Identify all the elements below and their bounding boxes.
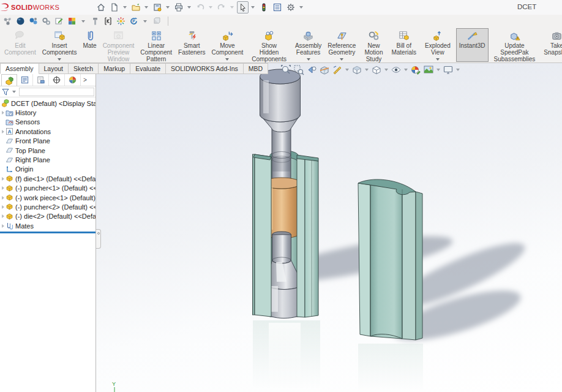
mate-balls-icon[interactable] <box>29 17 38 26</box>
smart-fasteners-button[interactable]: Smart Fasteners <box>175 28 208 62</box>
bolt-icon[interactable] <box>91 17 100 26</box>
show-hidden-components-button[interactable]: Show Hidden Components <box>249 28 290 62</box>
panel-collapse-handle[interactable] <box>96 229 101 249</box>
mate-button[interactable]: Mate <box>80 28 99 62</box>
tab-markup[interactable]: Markup <box>99 63 130 74</box>
assembly-3d-scene[interactable]: Y <box>96 63 562 392</box>
gears-icon[interactable] <box>42 17 51 26</box>
filter-funnel-icon[interactable] <box>1 88 10 96</box>
zoom-to-area-icon[interactable] <box>293 64 304 75</box>
reference-geometry-button[interactable]: Reference Geometry <box>324 28 359 62</box>
featuremanager-tab[interactable] <box>1 74 17 86</box>
hide-show-items-icon[interactable] <box>391 64 402 75</box>
insert-components-button[interactable]: Insert Components <box>39 28 80 62</box>
tab-solidworks-add-ins[interactable]: SOLIDWORKS Add-Ins <box>166 63 244 74</box>
save-button[interactable] <box>151 2 163 13</box>
dropdown-caret[interactable] <box>456 69 460 71</box>
select-caret[interactable] <box>251 6 255 9</box>
task-pane-icon[interactable] <box>271 2 283 13</box>
apply-scene-icon[interactable] <box>423 64 434 75</box>
dropdown-caret[interactable] <box>436 69 440 71</box>
die2-model[interactable] <box>358 179 422 340</box>
measure-extents-icon[interactable] <box>103 17 113 26</box>
render-burst-icon[interactable] <box>116 17 126 26</box>
display-style-icon[interactable] <box>371 64 382 75</box>
tree-item-die1[interactable]: (f) die<1> (Default) <<Default>_Disp <box>0 174 96 183</box>
tree-item-history[interactable]: History <box>0 108 96 117</box>
tab-evaluate[interactable]: Evaluate <box>130 63 166 74</box>
tab-layout[interactable]: Layout <box>39 63 69 74</box>
new-caret[interactable] <box>123 6 127 9</box>
tree-item-right-plane[interactable]: Right Plane <box>0 155 96 164</box>
linear-component-pattern-button[interactable]: Linear Component Pattern <box>137 28 175 62</box>
dropdown-caret[interactable] <box>365 69 369 71</box>
dropdown-caret[interactable] <box>404 69 408 71</box>
edrawings-ball-icon[interactable] <box>16 17 25 26</box>
home-button[interactable] <box>95 2 107 13</box>
tree-item-annotations[interactable]: Annotations <box>0 127 96 136</box>
tree-item-origin[interactable]: Origin <box>0 165 96 174</box>
update-speedpak-button[interactable]: Update SpeedPak Subassemblies <box>491 28 539 62</box>
dropdown-caret[interactable] <box>436 58 440 61</box>
section-view-icon[interactable] <box>319 64 330 75</box>
filter-input[interactable] <box>19 88 94 96</box>
measure-icon[interactable] <box>332 64 343 75</box>
3ds-logo-icon <box>0 2 10 12</box>
dropdown-caret[interactable] <box>58 58 61 61</box>
new-motion-study-button[interactable]: New Motion Study <box>361 28 386 62</box>
assembly-features-button[interactable]: Assembly Features <box>292 28 324 62</box>
mesh-icon[interactable] <box>3 17 12 26</box>
filter-caret[interactable] <box>12 91 16 93</box>
tree-item-puncher2[interactable]: (-) puncher<2> (Default) <<Default <box>0 202 96 211</box>
new-document-button[interactable] <box>108 2 121 13</box>
exploded-view-button[interactable]: Exploded View <box>422 28 454 62</box>
tree-item-puncher1[interactable]: (-) puncher<1> (Default) <<Default <box>0 184 96 193</box>
dropdown-caret[interactable] <box>345 69 349 71</box>
tree-item-top-plane[interactable]: Top Plane <box>0 146 96 155</box>
dropdown-caret[interactable] <box>307 58 310 61</box>
displaymanager-tab[interactable] <box>65 74 81 86</box>
dropdown-caret[interactable] <box>225 58 229 61</box>
move-component-button[interactable]: Move Component <box>209 28 247 62</box>
manager-tabs-overflow-chevron[interactable]: > <box>83 77 87 83</box>
dropdown-caret[interactable] <box>340 58 343 61</box>
edit-appearance-icon[interactable] <box>410 64 421 75</box>
open-caret[interactable] <box>144 6 148 9</box>
options-gear-button[interactable] <box>285 2 297 13</box>
propertymanager-tab[interactable] <box>17 74 33 86</box>
3d-viewport[interactable]: Y <box>96 63 562 392</box>
appearance-caret[interactable] <box>81 20 85 23</box>
take-snapshot-button[interactable]: Take Snapshot <box>541 28 562 62</box>
tree-item-die2[interactable]: (-) die<2> (Default) <<Default>_Dis <box>0 212 96 221</box>
save-caret[interactable] <box>166 6 170 9</box>
zoom-to-fit-icon[interactable] <box>280 64 291 75</box>
view-settings-icon[interactable] <box>443 64 454 75</box>
bill-of-materials-button[interactable]: Bill of Materials <box>388 28 419 62</box>
edit-scene-icon[interactable] <box>54 17 64 26</box>
print-caret[interactable] <box>187 6 191 9</box>
options-caret[interactable] <box>299 6 303 9</box>
tab-sketch[interactable]: Sketch <box>69 63 99 74</box>
tree-item-mates[interactable]: Mates <box>0 221 96 230</box>
open-button[interactable] <box>130 2 142 13</box>
tab-mbd[interactable]: MBD <box>244 63 268 74</box>
speedpak-caret[interactable] <box>143 20 147 23</box>
select-tool-button[interactable] <box>237 1 249 13</box>
tab-assembly[interactable]: Assembly <box>0 63 39 74</box>
previous-view-icon[interactable] <box>306 64 317 75</box>
dropdown-caret[interactable] <box>384 69 388 71</box>
view-orientation-icon[interactable] <box>351 64 362 75</box>
tree-item-work-piece[interactable]: (-) work piece<1> (Default) <<Defau <box>0 193 96 202</box>
print-button[interactable] <box>173 2 185 13</box>
configurationmanager-tab[interactable] <box>33 74 49 86</box>
tree-item-front-plane[interactable]: Front Plane <box>0 137 96 146</box>
mates-icon <box>6 222 13 230</box>
snapshot-camera-icon <box>551 30 562 42</box>
appearance-cube-icon[interactable] <box>67 17 77 26</box>
speedpak-refresh-icon[interactable] <box>129 17 138 26</box>
dimxpertmanager-tab[interactable] <box>49 74 65 86</box>
performance-evaluation-icon[interactable] <box>258 2 270 13</box>
tree-item-sensors[interactable]: Sensors <box>0 118 96 127</box>
instant3d-button[interactable]: Instant3D <box>456 28 489 62</box>
tree-root-assembly[interactable]: DCET (Default) <Display State-1> <box>0 99 96 108</box>
